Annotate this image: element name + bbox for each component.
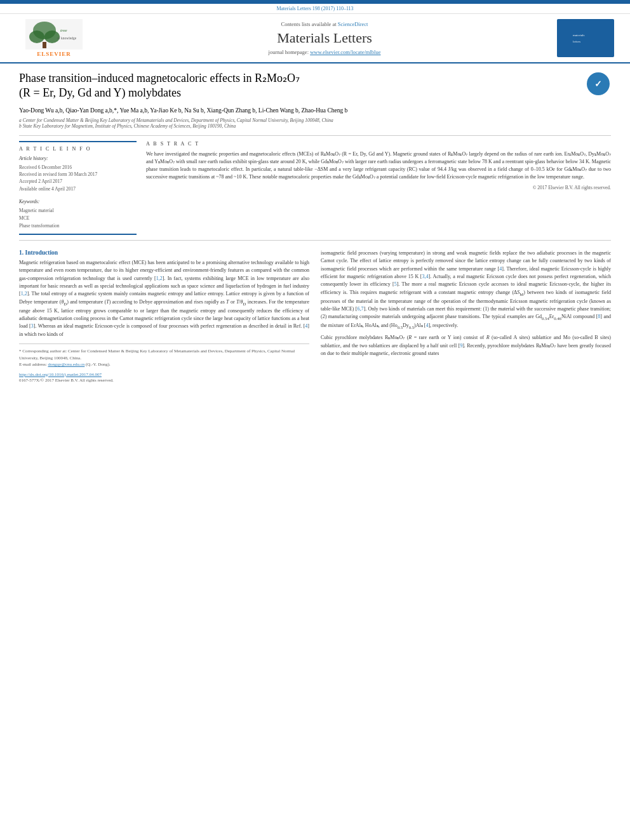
header-right: materials letters: [554, 19, 617, 57]
body-two-column: 1. Introduction Magnetic refrigeration b…: [19, 250, 611, 383]
sciencedirect-line: Contents lists available at ScienceDirec…: [95, 21, 554, 27]
body-left-column: 1. Introduction Magnetic refrigeration b…: [19, 250, 309, 383]
ref-9-link[interactable]: 9: [460, 343, 462, 349]
badge-graphic: materials letters: [570, 29, 601, 48]
page: Materials Letters 198 (2017) 110–113 tre…: [0, 0, 630, 840]
article-title: Phase transition–induced magnetocaloric …: [19, 71, 579, 101]
ref-5-link[interactable]: 5: [394, 281, 397, 287]
svg-text:of knowledge: of knowledge: [57, 36, 77, 40]
journal-homepage: journal homepage: www.elsevier.com/locat…: [95, 49, 554, 55]
email-name: (Q.-Y. Dong).: [86, 362, 111, 367]
title-text-part2: (R = Er, Dy, Gd and Y) molybdates: [19, 86, 181, 99]
doi-link[interactable]: http://dx.doi.org/10.1016/j.matlet.2017.…: [19, 372, 102, 377]
elsevier-tree-icon: tree of knowledge: [25, 19, 83, 50]
crossmark[interactable]: ✓: [586, 71, 611, 97]
abstract-text: We have investigated the magnetic proper…: [146, 150, 611, 181]
header-center: Contents lists available at ScienceDirec…: [95, 21, 554, 55]
abstract-column: A B S T R A C T We have investigated the…: [146, 141, 611, 235]
journal-header: tree of knowledge ELSEVIER Contents list…: [0, 14, 630, 63]
contents-available-text: Contents lists available at: [281, 21, 337, 27]
body-section: 1. Introduction Magnetic refrigeration b…: [19, 250, 611, 383]
revised-date: Received in revised form 30 March 2017: [19, 171, 137, 178]
elsevier-wordmark: ELSEVIER: [37, 51, 71, 57]
ref-4c-link[interactable]: 4: [426, 323, 428, 328]
title-text-part1: Phase transition–induced magnetocaloric …: [19, 72, 255, 84]
keywords-title: Keywords:: [19, 199, 137, 204]
article-info-title: A R T I C L E I N F O: [19, 146, 137, 152]
ref-1-2b-link[interactable]: 1,2: [21, 291, 27, 297]
accepted-date: Accepted 2 April 2017: [19, 178, 137, 185]
ref-3-4-link[interactable]: 3,4: [422, 274, 429, 279]
article-info-column: A R T I C L E I N F O Article history: R…: [19, 141, 137, 235]
svg-rect-7: [570, 29, 601, 48]
journal-title: Materials Letters: [95, 30, 554, 46]
email-label: E-mail address:: [19, 362, 47, 367]
body-left-para-1: Magnetic refrigeration based on magnetoc…: [19, 259, 309, 338]
homepage-url[interactable]: www.elsevier.com/locate/mlblue: [310, 49, 380, 55]
svg-rect-4: [43, 42, 46, 48]
svg-text:tree: tree: [60, 28, 67, 33]
ref-6-7-link[interactable]: 6,7: [357, 306, 363, 312]
affiliation-a: a Center for Condensed Matter & Beijing …: [19, 117, 611, 123]
keywords-section: Keywords: Magnetic material MCE Phase tr…: [19, 199, 137, 230]
keyword-3: Phase transformation: [19, 222, 137, 230]
keyword-1: Magnetic material: [19, 207, 137, 215]
article-content: Phase transition–induced magnetocaloric …: [0, 63, 630, 391]
ref-8-link[interactable]: 8: [598, 314, 600, 319]
svg-text:materials: materials: [573, 34, 584, 37]
body-right-column: isomagnetic field processes (varying tem…: [321, 250, 611, 383]
ref-1-2-link[interactable]: 1,2: [156, 276, 163, 281]
svg-point-2: [29, 30, 44, 43]
issn-line: 0167-577X/© 2017 Elsevier B.V. All right…: [19, 377, 309, 384]
body-right-para-1: isomagnetic field processes (varying tem…: [321, 250, 611, 331]
footnote-section: * Corresponding author at: Center for Co…: [19, 343, 309, 383]
ref-4b-link[interactable]: 4: [499, 266, 502, 272]
received-date: Received 6 December 2016: [19, 164, 137, 171]
journal-ref-text: Materials Letters 198 (2017) 110–113: [276, 6, 353, 11]
authors-section: Yao-Dong Wu a,b, Qiao-Yan Dong a,b,*, Yu…: [19, 107, 611, 114]
homepage-label: journal homepage:: [269, 49, 309, 55]
elsevier-logo: tree of knowledge ELSEVIER: [19, 19, 89, 57]
svg-text:letters: letters: [573, 40, 580, 43]
divider-1: [19, 135, 611, 136]
abstract-title: A B S T R A C T: [146, 141, 611, 147]
keyword-2: MCE: [19, 215, 137, 222]
sciencedirect-link[interactable]: ScienceDirect: [338, 21, 368, 27]
corresponding-footnote: * Corresponding author at: Center for Co…: [19, 348, 309, 361]
body-right-para-2: Cubic pyrochlore molybdates R₂Mo₂O₇ (R =…: [321, 334, 611, 357]
article-title-section: Phase transition–induced magnetocaloric …: [19, 71, 611, 101]
affiliation-b: b State Key Laboratory for Magnetism, In…: [19, 123, 611, 129]
article-history-title: Article history:: [19, 156, 137, 161]
info-abstract-section: A R T I C L E I N F O Article history: R…: [19, 141, 611, 235]
journal-reference-bar: Materials Letters 198 (2017) 110–113: [0, 4, 630, 14]
ref-4-link[interactable]: 4: [305, 323, 307, 329]
crossmark-icon: ✓: [587, 72, 610, 95]
materials-letters-badge: materials letters: [557, 19, 614, 57]
affiliations: a Center for Condensed Matter & Beijing …: [19, 117, 611, 129]
email-link[interactable]: dongqy@cnu.edu.cn: [48, 362, 85, 367]
header-left: tree of knowledge ELSEVIER: [13, 19, 95, 57]
authors-list: Yao-Dong Wu a,b, Qiao-Yan Dong a,b,*, Yu…: [19, 107, 347, 114]
section-1-heading: 1. Introduction: [19, 250, 309, 256]
available-date: Available online 4 April 2017: [19, 185, 137, 192]
title-formula: R₂Mo₂O₇: [255, 72, 300, 84]
email-footnote: E-mail address: dongqy@cnu.edu.cn (Q.-Y.…: [19, 361, 309, 368]
copyright-line: © 2017 Elsevier B.V. All rights reserved…: [146, 185, 611, 190]
ref-3-link[interactable]: 3: [31, 323, 34, 329]
divider-2: [19, 240, 611, 241]
